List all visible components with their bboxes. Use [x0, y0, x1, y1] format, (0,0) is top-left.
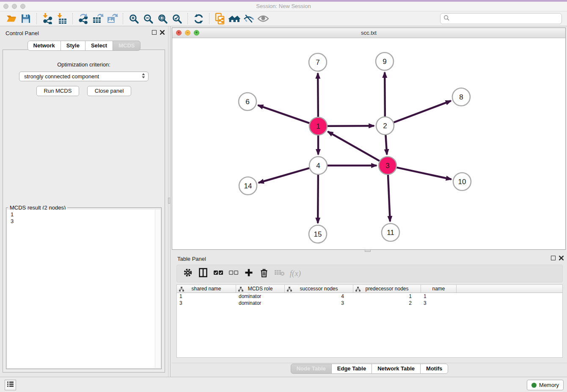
column-header-label: successor nodes [300, 286, 338, 292]
control-panel-title: Control Panel [6, 30, 39, 36]
export-network-button[interactable] [76, 13, 91, 25]
houses-icon [228, 14, 241, 24]
tab-style[interactable]: Style [61, 41, 85, 51]
memory-button[interactable]: Memory [527, 380, 564, 390]
mcds-result-area[interactable]: 13 [7, 210, 160, 368]
refresh-icon [193, 14, 204, 24]
graph-node-11[interactable]: 11 [382, 224, 399, 241]
search-input[interactable] [451, 14, 561, 23]
column-header-successor-nodes[interactable]: successor nodes [285, 285, 353, 293]
column-header-shared-name[interactable]: shared name [177, 285, 236, 293]
run-mcds-button[interactable]: Run MCDS [36, 86, 80, 96]
column-header-label: MCDS role [248, 286, 273, 292]
graph-edge-3-11[interactable] [388, 175, 390, 221]
export-image-button[interactable] [105, 13, 119, 25]
graph-edge-1-7[interactable] [318, 73, 318, 117]
table-settings-button[interactable] [180, 267, 195, 280]
network-canvas[interactable]: 7968124314101511 [172, 38, 565, 249]
eye-slash-icon [243, 14, 255, 24]
function-builder-button[interactable]: f(x) [287, 267, 302, 280]
deselect-all-button[interactable] [226, 267, 241, 280]
graph-edge-2-9[interactable] [385, 72, 385, 116]
graph-node-6[interactable]: 6 [239, 93, 256, 110]
toolbar-separator [209, 13, 209, 24]
graph-node-15[interactable]: 15 [309, 225, 327, 243]
zoom-selected-button[interactable] [170, 13, 184, 25]
network-window-titlebar[interactable]: × – + scc.txt [172, 28, 565, 38]
status-bar: Memory [0, 377, 567, 392]
graph-node-1[interactable]: 1 [309, 117, 327, 135]
delete-table-button[interactable] [272, 267, 287, 280]
table-row[interactable]: 1dominator411 [177, 293, 562, 300]
graph-edge-1-6[interactable] [258, 105, 310, 123]
create-column-button[interactable] [241, 267, 256, 280]
graph-node-7[interactable]: 7 [309, 53, 327, 71]
toolbar-separator [72, 13, 73, 24]
graph-edge-3-1[interactable] [328, 132, 380, 161]
tab-motifs[interactable]: Motifs [420, 364, 448, 374]
open-session-button[interactable] [4, 13, 19, 25]
close-panel-button[interactable]: Close panel [87, 86, 132, 96]
zoom-out-button[interactable] [141, 13, 155, 25]
graph-node-14[interactable]: 14 [239, 177, 257, 195]
zoom-out-icon [143, 14, 154, 24]
search-field[interactable] [440, 13, 562, 24]
tab-mcds[interactable]: MCDS [113, 41, 140, 51]
save-session-button[interactable] [19, 13, 33, 25]
control-panel: Control Panel NetworkStyleSelectMCDS Opt… [0, 26, 168, 377]
zoom-in-button[interactable] [127, 13, 141, 25]
clone-network-button[interactable] [213, 13, 227, 25]
tab-select[interactable]: Select [85, 41, 113, 51]
export-table-button[interactable] [91, 13, 105, 25]
select-all-button[interactable] [211, 267, 226, 280]
clone-network-icon [215, 13, 226, 25]
close-panel-icon[interactable] [160, 30, 165, 35]
zoom-in-icon [129, 14, 139, 24]
mcds-panel: Optimization criterion: strongly connect… [3, 50, 165, 373]
column-header-mcds-role[interactable]: MCDS role [236, 285, 285, 293]
show-all-button[interactable] [256, 13, 270, 25]
first-neighbors-button[interactable] [227, 13, 242, 25]
toolbar-separator [36, 13, 37, 24]
table-row[interactable]: 3dominator323 [177, 300, 562, 306]
graph-node-3[interactable]: 3 [379, 157, 396, 174]
column-header-name[interactable]: name [421, 285, 457, 293]
task-history-button[interactable] [5, 380, 16, 390]
mcds-result-line: 3 [11, 218, 160, 225]
tab-network-table[interactable]: Network Table [372, 364, 421, 374]
window-title: Session: New Session [0, 3, 567, 9]
criterion-select[interactable]: strongly connected component [19, 72, 149, 81]
close-panel-icon[interactable] [559, 256, 564, 260]
delete-column-button[interactable] [256, 267, 272, 280]
hide-selected-button[interactable] [242, 13, 256, 25]
import-network-button[interactable] [40, 13, 55, 25]
graph-node-2[interactable]: 2 [376, 117, 394, 135]
graph-node-8[interactable]: 8 [452, 88, 470, 106]
graph-edge-3-10[interactable] [397, 168, 451, 179]
show-columns-button[interactable] [195, 267, 211, 280]
svg-text:6: 6 [245, 98, 249, 106]
tab-network[interactable]: Network [28, 41, 61, 51]
svg-text:8: 8 [459, 93, 463, 101]
graph-node-10[interactable]: 10 [453, 173, 471, 190]
tab-edge-table[interactable]: Edge Table [331, 364, 372, 374]
import-table-button[interactable] [55, 13, 69, 25]
float-panel-icon[interactable] [152, 30, 157, 35]
graph-edge-1-2[interactable] [328, 126, 374, 126]
float-panel-icon[interactable] [551, 256, 556, 260]
graph-node-9[interactable]: 9 [376, 52, 394, 70]
graph-edge-2-8[interactable] [394, 101, 451, 122]
export-network-icon [78, 13, 89, 24]
zoom-fit-button[interactable] [155, 13, 170, 25]
column-header-label: name [432, 286, 445, 292]
apply-layout-button[interactable] [191, 13, 206, 25]
table-cell: 1 [177, 293, 236, 299]
graph-edge-4-14[interactable] [259, 168, 309, 183]
scrollbar[interactable] [155, 210, 160, 368]
graph-edge-4-15[interactable] [318, 175, 318, 223]
tab-node-table[interactable]: Node Table [291, 364, 332, 374]
column-header-predecessor-nodes[interactable]: predecessor nodes [353, 285, 421, 293]
divider [172, 363, 567, 363]
graph-node-4[interactable]: 4 [309, 157, 327, 174]
graph-edge-2-3[interactable] [385, 135, 387, 155]
